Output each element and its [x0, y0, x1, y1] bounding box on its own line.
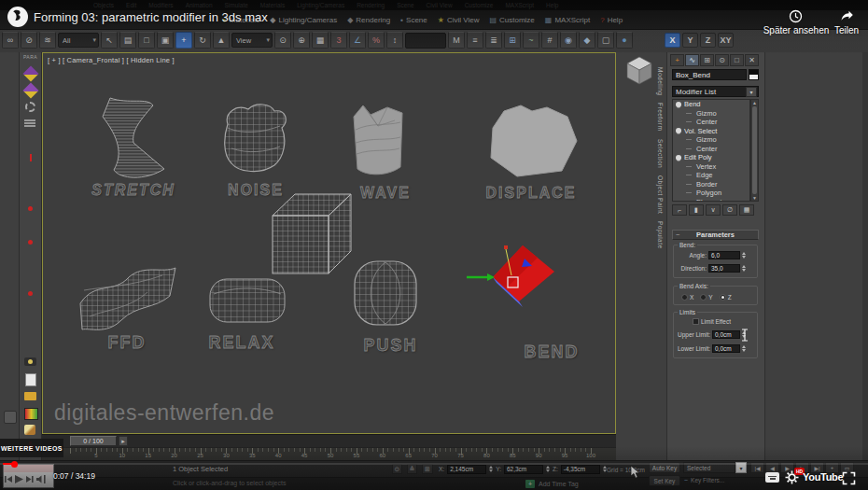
stack-subobject-center[interactable]: Center — [673, 145, 749, 154]
stack-subobject-gizmo[interactable]: Gizmo — [673, 135, 749, 145]
menu-item-objects[interactable]: Objects — [93, 2, 114, 8]
menu-item-help[interactable]: Help — [546, 2, 558, 8]
menu-item-rendering[interactable]: Rendering — [357, 2, 385, 8]
stack-modifier-edit-poly[interactable]: Edit Poly — [673, 153, 749, 162]
align-tool-button[interactable]: ≡ — [467, 32, 483, 49]
menu-item-lighting-cameras[interactable]: Lighting/Cameras — [297, 2, 344, 8]
modifier-purple-pair-button[interactable] — [24, 67, 37, 79]
video-title[interactable]: Forming 03: parametric modifier in 3ds m… — [34, 10, 268, 24]
selection-filter-dropdown[interactable]: All▾ — [58, 33, 99, 48]
modifier-enable-bulb-icon[interactable] — [676, 128, 681, 133]
ribbon-tab-freeform[interactable]: Freeform — [657, 103, 664, 131]
menu-item-maxscript[interactable]: ▦MAXScript — [545, 16, 590, 24]
track-bar[interactable]: 5101520253035404550556065707580859095100 — [42, 447, 616, 460]
unlink-selection-button[interactable]: ⊘ — [21, 32, 37, 49]
displace-object[interactable] — [480, 104, 584, 186]
wave-object[interactable] — [346, 102, 423, 186]
select-and-scale-button[interactable]: ▲ — [213, 32, 230, 49]
material-editor-button[interactable]: ◉ — [560, 32, 577, 49]
menu-item-materials[interactable]: Materials — [260, 2, 285, 8]
time-slider[interactable]: 0 / 100 ▸ — [42, 434, 616, 447]
menu-item-simulate[interactable]: Simulate — [225, 2, 248, 8]
parameters-rollout-header[interactable]: − Parameters — [672, 230, 759, 240]
gradient-tool-button[interactable] — [24, 407, 37, 419]
limit-effect-checkbox[interactable] — [693, 318, 699, 325]
window-crossing-toggle-button[interactable]: ▣ — [157, 32, 174, 49]
para-modifier-1-button[interactable] — [24, 135, 37, 147]
stack-subobject-border[interactable]: Border — [673, 180, 749, 189]
share-icon[interactable] — [840, 9, 854, 26]
isolate-selection-icon[interactable]: ⊙ — [392, 464, 402, 474]
stack-subobject-gizmo[interactable]: Gizmo — [673, 109, 749, 119]
bind-to-spacewarp-button[interactable]: ≋ — [39, 32, 56, 49]
select-and-link-button[interactable]: ∞ — [2, 32, 19, 49]
coord-field-y[interactable]: 62,3cm — [504, 465, 543, 474]
para-modifier-8-button[interactable] — [24, 254, 37, 266]
para-modifier-5-button[interactable] — [24, 203, 37, 216]
curve-editor-button[interactable]: ~ — [523, 32, 539, 49]
camera-tool-button[interactable] — [24, 356, 37, 368]
ffd-object[interactable] — [77, 264, 179, 341]
menu-item-modifiers[interactable]: Modifiers — [148, 2, 173, 8]
para-modifier-7-button[interactable] — [24, 237, 37, 249]
para-modifier-4-button[interactable] — [24, 186, 37, 198]
select-object-button[interactable]: ↖ — [101, 32, 118, 49]
rendered-frame-window-button[interactable]: ▢ — [597, 32, 614, 49]
stack-subobject-vertex[interactable]: Vertex — [673, 162, 749, 172]
hierarchy-tab[interactable]: ⊞ — [700, 54, 714, 66]
coord-spinner[interactable] — [489, 464, 493, 474]
push-object[interactable] — [347, 258, 424, 332]
bend-axis-option-z[interactable]: Z — [720, 294, 732, 301]
menu-item-customize[interactable]: ▤Customize — [489, 16, 534, 24]
select-and-rotate-button[interactable]: ↻ — [194, 32, 211, 49]
progress-scrubber[interactable] — [11, 461, 18, 468]
select-and-move-button[interactable]: + — [175, 32, 192, 49]
time-slider-next-button[interactable]: ▸ — [119, 436, 128, 446]
stack-subobject-polygon[interactable]: Polygon — [673, 189, 749, 198]
coord-field-x[interactable]: 2,145cm — [447, 465, 486, 474]
time-slider-handle[interactable]: 0 / 100 — [70, 436, 117, 446]
menu-item-scene[interactable]: ▪Scene — [400, 16, 427, 24]
subtitles-icon[interactable] — [765, 472, 779, 483]
menu-item-maxscript[interactable]: MAXScript — [505, 2, 534, 8]
stack-modifier-vol-select[interactable]: Vol. Select — [673, 127, 749, 136]
modifier-list-arrow-icon[interactable]: ▾ — [746, 87, 757, 97]
selection-lock-icon[interactable]: ≙ — [407, 464, 417, 474]
modifier-enable-bulb-icon[interactable] — [676, 155, 681, 161]
coord-spinner[interactable] — [546, 464, 550, 474]
relax-object[interactable] — [206, 268, 288, 331]
axis-y-button[interactable]: Y — [682, 33, 698, 48]
modify-tab[interactable]: ∿ — [685, 54, 699, 66]
para-modifier-13-button[interactable] — [24, 339, 37, 351]
scrollbar-thumb[interactable] — [752, 106, 757, 194]
create-tab[interactable]: + — [670, 54, 684, 66]
render-production-button[interactable]: ● — [616, 32, 633, 49]
reference-coordinate-dropdown[interactable]: View▾ — [231, 33, 273, 48]
coord-field-z[interactable]: -4,35cm — [561, 465, 600, 474]
menu-item-scene[interactable]: Scene — [397, 2, 413, 8]
brush-tool-button[interactable] — [24, 424, 37, 436]
remove-modifier-button[interactable]: ∅ — [722, 204, 737, 216]
select-and-manipulate-button[interactable]: ⊕ — [293, 32, 310, 49]
radio-x[interactable] — [681, 294, 688, 301]
use-pivot-center-button[interactable]: ⊙ — [274, 32, 291, 49]
modifier-purple-s-button[interactable] — [24, 84, 37, 96]
keyboard-shortcut-toggle-button[interactable]: ▦ — [312, 32, 329, 49]
modifier-stack-scrollbar[interactable]: ▲ ▼ — [750, 99, 759, 202]
direction-field[interactable]: 35,0 — [708, 264, 740, 273]
menu-item-lighting-cameras[interactable]: ◆Lighting/Cameras — [270, 16, 337, 24]
lower-limit-field[interactable]: 0,0cm — [712, 344, 740, 353]
stack-subobject-element[interactable]: Element — [673, 198, 749, 203]
bend-axis-option-y[interactable]: Y — [700, 294, 712, 301]
percent-snap-toggle-button[interactable]: % — [368, 32, 385, 49]
para-modifier-11-button[interactable] — [24, 305, 37, 317]
channel-avatar[interactable] — [7, 7, 28, 27]
spinner-snap-toggle-button[interactable]: ↕ — [386, 32, 403, 49]
menu-item-help[interactable]: ?Help — [600, 16, 623, 24]
note-tool-button[interactable] — [24, 373, 37, 385]
show-end-result-button[interactable]: ▮ — [689, 204, 704, 216]
scroll-up-icon[interactable]: ▲ — [752, 100, 757, 105]
pin-stack-button[interactable]: ⌐ — [672, 204, 687, 216]
viewport[interactable]: [ + ] [ Camera_Frontal ] [ Hidden Line ] — [42, 52, 616, 434]
angle-snap-toggle-button[interactable]: ∠ — [349, 32, 366, 49]
